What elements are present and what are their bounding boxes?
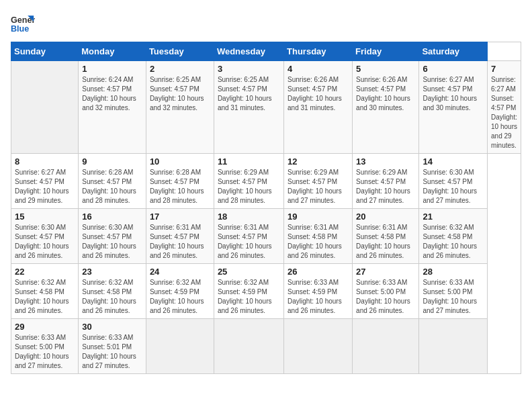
calendar-cell <box>353 319 419 374</box>
calendar-cell: 27Sunrise: 6:33 AMSunset: 5:00 PMDayligh… <box>353 264 419 319</box>
day-info: Sunrise: 6:31 AMSunset: 4:58 PMDaylight:… <box>287 223 349 261</box>
calendar-cell: 23Sunrise: 6:32 AMSunset: 4:58 PMDayligh… <box>79 264 146 319</box>
day-number: 24 <box>150 267 210 277</box>
day-number: 8 <box>15 156 75 167</box>
calendar-cell: 29Sunrise: 6:33 AMSunset: 5:00 PMDayligh… <box>11 319 79 374</box>
calendar-cell: 19Sunrise: 6:31 AMSunset: 4:58 PMDayligh… <box>284 209 353 264</box>
day-number: 5 <box>356 64 415 74</box>
calendar-cell: 26Sunrise: 6:33 AMSunset: 4:59 PMDayligh… <box>284 264 353 319</box>
calendar-cell: 21Sunrise: 6:32 AMSunset: 4:58 PMDayligh… <box>419 209 488 264</box>
day-number: 28 <box>423 267 484 277</box>
week-row-3: 15Sunrise: 6:30 AMSunset: 4:57 PMDayligh… <box>11 209 521 264</box>
day-number: 1 <box>82 64 142 74</box>
day-number: 4 <box>287 64 349 74</box>
weekday-header-tuesday: Tuesday <box>146 42 214 61</box>
week-row-4: 22Sunrise: 6:32 AMSunset: 4:58 PMDayligh… <box>11 264 521 319</box>
day-number: 16 <box>82 212 142 222</box>
day-info: Sunrise: 6:26 AMSunset: 4:57 PMDaylight:… <box>356 75 415 113</box>
calendar-cell: 11Sunrise: 6:29 AMSunset: 4:57 PMDayligh… <box>214 154 283 209</box>
day-info: Sunrise: 6:33 AMSunset: 4:59 PMDaylight:… <box>287 278 349 316</box>
week-row-5: 29Sunrise: 6:33 AMSunset: 5:00 PMDayligh… <box>11 319 521 374</box>
day-number: 6 <box>423 64 484 74</box>
header: General Blue <box>11 11 521 35</box>
day-number: 25 <box>218 267 280 277</box>
day-number: 10 <box>150 156 210 167</box>
calendar-cell: 15Sunrise: 6:30 AMSunset: 4:57 PMDayligh… <box>11 209 79 264</box>
calendar-cell: 6Sunrise: 6:27 AMSunset: 4:57 PMDaylight… <box>419 61 488 154</box>
day-number: 17 <box>150 212 210 222</box>
day-info: Sunrise: 6:32 AMSunset: 4:58 PMDaylight:… <box>82 278 142 316</box>
calendar-cell: 7Sunrise: 6:27 AMSunset: 4:57 PMDaylight… <box>488 61 521 154</box>
calendar-cell: 20Sunrise: 6:31 AMSunset: 4:58 PMDayligh… <box>353 209 419 264</box>
calendar-cell: 16Sunrise: 6:30 AMSunset: 4:57 PMDayligh… <box>79 209 146 264</box>
calendar-cell: 14Sunrise: 6:30 AMSunset: 4:57 PMDayligh… <box>419 154 488 209</box>
day-info: Sunrise: 6:29 AMSunset: 4:57 PMDaylight:… <box>287 168 349 205</box>
day-number: 9 <box>82 156 142 167</box>
weekday-header-sunday: Sunday <box>11 42 79 61</box>
calendar-cell: 22Sunrise: 6:32 AMSunset: 4:58 PMDayligh… <box>11 264 79 319</box>
day-info: Sunrise: 6:33 AMSunset: 5:00 PMDaylight:… <box>15 333 75 371</box>
week-row-1: 1Sunrise: 6:24 AMSunset: 4:57 PMDaylight… <box>11 61 521 154</box>
calendar-cell: 17Sunrise: 6:31 AMSunset: 4:57 PMDayligh… <box>146 209 214 264</box>
calendar-cell <box>419 319 488 374</box>
day-info: Sunrise: 6:30 AMSunset: 4:57 PMDaylight:… <box>82 223 142 261</box>
day-number: 23 <box>82 267 142 277</box>
calendar-cell: 9Sunrise: 6:28 AMSunset: 4:57 PMDaylight… <box>79 154 146 209</box>
day-info: Sunrise: 6:27 AMSunset: 4:57 PMDaylight:… <box>15 168 75 205</box>
calendar-cell: 12Sunrise: 6:29 AMSunset: 4:57 PMDayligh… <box>284 154 353 209</box>
day-info: Sunrise: 6:28 AMSunset: 4:57 PMDaylight:… <box>150 168 210 205</box>
day-info: Sunrise: 6:32 AMSunset: 4:58 PMDaylight:… <box>423 223 484 261</box>
weekday-header-saturday: Saturday <box>419 42 488 61</box>
calendar-cell: 4Sunrise: 6:26 AMSunset: 4:57 PMDaylight… <box>284 61 353 154</box>
day-number: 21 <box>423 212 484 222</box>
day-number: 11 <box>218 156 280 167</box>
day-info: Sunrise: 6:33 AMSunset: 5:00 PMDaylight:… <box>356 278 415 316</box>
week-row-2: 8Sunrise: 6:27 AMSunset: 4:57 PMDaylight… <box>11 154 521 209</box>
day-number: 20 <box>356 212 415 222</box>
logo: General Blue <box>11 11 35 35</box>
calendar-cell <box>11 61 79 154</box>
day-number: 3 <box>218 64 280 74</box>
day-info: Sunrise: 6:31 AMSunset: 4:57 PMDaylight:… <box>150 223 210 261</box>
day-info: Sunrise: 6:33 AMSunset: 5:00 PMDaylight:… <box>423 278 484 316</box>
calendar-cell: 2Sunrise: 6:25 AMSunset: 4:57 PMDaylight… <box>146 61 214 154</box>
calendar-table: SundayMondayTuesdayWednesdayThursdayFrid… <box>11 42 521 374</box>
day-info: Sunrise: 6:31 AMSunset: 4:57 PMDaylight:… <box>218 223 280 261</box>
day-number: 18 <box>218 212 280 222</box>
calendar-cell: 5Sunrise: 6:26 AMSunset: 4:57 PMDaylight… <box>353 61 419 154</box>
day-info: Sunrise: 6:25 AMSunset: 4:57 PMDaylight:… <box>150 75 210 113</box>
calendar-cell <box>284 319 353 374</box>
calendar-cell: 13Sunrise: 6:29 AMSunset: 4:57 PMDayligh… <box>353 154 419 209</box>
calendar-cell: 10Sunrise: 6:28 AMSunset: 4:57 PMDayligh… <box>146 154 214 209</box>
day-info: Sunrise: 6:32 AMSunset: 4:59 PMDaylight:… <box>218 278 280 316</box>
calendar-cell: 30Sunrise: 6:33 AMSunset: 5:01 PMDayligh… <box>79 319 146 374</box>
day-info: Sunrise: 6:29 AMSunset: 4:57 PMDaylight:… <box>356 168 415 205</box>
calendar-cell: 3Sunrise: 6:25 AMSunset: 4:57 PMDaylight… <box>214 61 283 154</box>
calendar-cell: 25Sunrise: 6:32 AMSunset: 4:59 PMDayligh… <box>214 264 283 319</box>
calendar-cell <box>214 319 283 374</box>
day-number: 22 <box>15 267 75 277</box>
calendar-cell: 8Sunrise: 6:27 AMSunset: 4:57 PMDaylight… <box>11 154 79 209</box>
day-number: 27 <box>356 267 415 277</box>
svg-text:Blue: Blue <box>11 24 29 34</box>
day-number: 26 <box>287 267 349 277</box>
weekday-header-thursday: Thursday <box>284 42 353 61</box>
weekday-header-monday: Monday <box>79 42 146 61</box>
day-info: Sunrise: 6:24 AMSunset: 4:57 PMDaylight:… <box>82 75 142 113</box>
day-info: Sunrise: 6:30 AMSunset: 4:57 PMDaylight:… <box>423 168 484 205</box>
day-info: Sunrise: 6:29 AMSunset: 4:57 PMDaylight:… <box>218 168 280 205</box>
day-number: 29 <box>15 322 75 332</box>
calendar-cell <box>146 319 214 374</box>
logo-icon: General Blue <box>11 11 35 35</box>
calendar-cell: 1Sunrise: 6:24 AMSunset: 4:57 PMDaylight… <box>79 61 146 154</box>
day-number: 14 <box>423 156 484 167</box>
calendar-cell: 18Sunrise: 6:31 AMSunset: 4:57 PMDayligh… <box>214 209 283 264</box>
day-info: Sunrise: 6:26 AMSunset: 4:57 PMDaylight:… <box>287 75 349 113</box>
day-number: 30 <box>82 322 142 332</box>
weekday-header-wednesday: Wednesday <box>214 42 283 61</box>
day-number: 19 <box>287 212 349 222</box>
weekday-header-row: SundayMondayTuesdayWednesdayThursdayFrid… <box>11 42 521 61</box>
day-number: 2 <box>150 64 210 74</box>
day-number: 15 <box>15 212 75 222</box>
day-info: Sunrise: 6:27 AMSunset: 4:57 PMDaylight:… <box>423 75 484 113</box>
